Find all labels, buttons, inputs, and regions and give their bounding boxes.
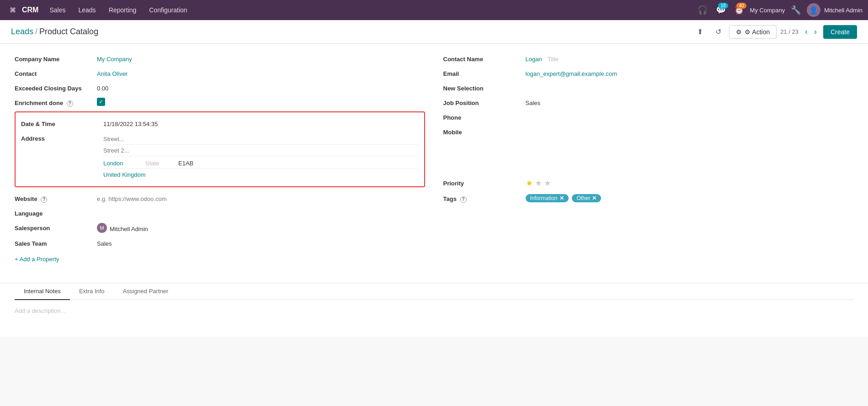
check-icon: ✓ bbox=[99, 99, 103, 105]
right-spacer bbox=[443, 139, 854, 175]
add-property-button[interactable]: + Add a Property bbox=[15, 254, 59, 264]
address-label: Address bbox=[21, 133, 103, 142]
address-row: Address London State E1AB bbox=[21, 131, 419, 183]
street-input[interactable] bbox=[103, 136, 419, 142]
brand-name: CRM bbox=[22, 6, 38, 14]
settings-icon-button[interactable]: 🔧 bbox=[788, 3, 803, 17]
company-name: My Company bbox=[750, 7, 785, 14]
tag-information-label: Information bbox=[530, 195, 558, 201]
left-column: Company Name My Company Contact Anita Ol… bbox=[15, 51, 425, 268]
street2-input[interactable] bbox=[103, 147, 419, 154]
topnav-right-section: 🎧 💬 18 ⏰ 40 My Company 🔧 👤 Mitchell Admi… bbox=[695, 3, 863, 17]
nav-reporting[interactable]: Reporting bbox=[103, 4, 142, 16]
prev-record-button[interactable]: ‹ bbox=[802, 26, 810, 37]
upload-button[interactable]: ⬆ bbox=[692, 25, 707, 39]
refresh-button[interactable]: ↺ bbox=[711, 25, 725, 39]
star-2[interactable]: ★ bbox=[535, 178, 542, 188]
website-input[interactable] bbox=[97, 194, 425, 202]
contact-name-value[interactable]: Logan bbox=[526, 54, 542, 63]
enrichment-checkbox[interactable]: ✓ bbox=[97, 98, 105, 106]
phone-row: Phone bbox=[443, 110, 854, 124]
breadcrumb-separator: / bbox=[35, 27, 37, 37]
tag-other-remove[interactable]: ✕ bbox=[592, 195, 596, 201]
add-property-row: + Add a Property bbox=[15, 250, 425, 268]
create-button[interactable]: Create bbox=[823, 25, 857, 39]
phone-label: Phone bbox=[443, 112, 526, 121]
star-1[interactable]: ★ bbox=[526, 178, 533, 188]
tab-internal-notes[interactable]: Internal Notes bbox=[15, 283, 70, 300]
language-label: Language bbox=[15, 208, 97, 217]
tags-container: Information ✕ Other ✕ bbox=[526, 194, 603, 202]
contact-name-label: Contact Name bbox=[443, 54, 526, 63]
action-button[interactable]: ⚙ ⚙ Action bbox=[729, 25, 777, 39]
activities-button[interactable]: ⏰ 40 bbox=[732, 3, 746, 17]
messages-badge: 18 bbox=[718, 3, 728, 9]
state-placeholder[interactable]: State bbox=[145, 158, 173, 167]
main-form: Company Name My Company Contact Anita Ol… bbox=[0, 44, 868, 337]
mobile-label: Mobile bbox=[443, 127, 526, 136]
right-column: Contact Name Logan Title Email logan_exp… bbox=[443, 51, 854, 268]
tag-other-label: Other bbox=[576, 195, 590, 201]
user-avatar[interactable]: 👤 bbox=[807, 3, 820, 17]
salesperson-row: Salesperson M Mitchell Admin bbox=[15, 220, 425, 236]
messages-button[interactable]: 💬 18 bbox=[714, 3, 728, 17]
job-position-value[interactable]: Sales bbox=[526, 98, 541, 106]
title-placeholder[interactable]: Title bbox=[548, 54, 559, 63]
sales-team-label: Sales Team bbox=[15, 238, 97, 247]
support-icon-button[interactable]: 🎧 bbox=[695, 3, 710, 17]
tag-other: Other ✕ bbox=[572, 194, 601, 202]
company-name-row: Company Name My Company bbox=[15, 51, 425, 66]
nav-sales[interactable]: Sales bbox=[44, 4, 71, 16]
salesperson-value[interactable]: M Mitchell Admin bbox=[97, 223, 148, 233]
address-fields: London State E1AB United Kingdom bbox=[103, 133, 419, 180]
date-address-highlight-box: Date & Time 11/18/2022 13:54:35 Address bbox=[15, 111, 425, 187]
activities-badge: 40 bbox=[736, 3, 746, 9]
website-help-icon[interactable]: ? bbox=[41, 196, 47, 203]
tag-information-remove[interactable]: ✕ bbox=[559, 195, 564, 201]
datetime-value[interactable]: 11/18/2022 13:54:35 bbox=[103, 119, 158, 127]
enrichment-help-icon[interactable]: ? bbox=[67, 100, 73, 107]
language-row: Language bbox=[15, 206, 425, 220]
breadcrumb-parent[interactable]: Leads bbox=[11, 27, 33, 37]
priority-row: Priority ★ ★ ★ bbox=[443, 175, 854, 191]
website-label: Website ? bbox=[15, 194, 97, 203]
company-name-label: Company Name bbox=[15, 54, 97, 63]
gear-icon: ⚙ bbox=[736, 28, 742, 36]
enrichment-label: Enrichment done ? bbox=[15, 98, 97, 107]
country-value[interactable]: United Kingdom bbox=[103, 169, 146, 178]
tab-extra-info[interactable]: Extra Info bbox=[70, 283, 114, 300]
nav-configuration[interactable]: Configuration bbox=[144, 4, 192, 16]
tags-label: Tags ? bbox=[443, 194, 526, 203]
star-3[interactable]: ★ bbox=[544, 178, 551, 188]
form-body: Company Name My Company Contact Anita Ol… bbox=[0, 44, 868, 275]
datetime-row: Date & Time 11/18/2022 13:54:35 bbox=[21, 116, 419, 131]
action-label: ⚙ Action bbox=[745, 28, 770, 36]
company-name-value[interactable]: My Company bbox=[97, 54, 132, 63]
sales-team-row: Sales Team Sales bbox=[15, 236, 425, 250]
exceeded-value[interactable]: 0.00 bbox=[97, 83, 108, 92]
tags-help-icon[interactable]: ? bbox=[460, 196, 467, 203]
email-label: Email bbox=[443, 69, 526, 77]
website-row: Website ? bbox=[15, 191, 425, 206]
contact-value[interactable]: Anita Oliver bbox=[97, 69, 128, 77]
next-record-button[interactable]: › bbox=[811, 26, 820, 37]
top-navigation: ⌘ CRM Sales Leads Reporting Configuratio… bbox=[0, 0, 868, 20]
headset-icon: 🎧 bbox=[698, 5, 708, 15]
avatar-image: 👤 bbox=[809, 6, 818, 15]
apps-icon: ⌘ bbox=[10, 6, 16, 14]
nav-leads[interactable]: Leads bbox=[73, 4, 101, 16]
apps-menu-button[interactable]: ⌘ bbox=[5, 3, 20, 17]
breadcrumb-current: Product Catalog bbox=[39, 27, 98, 37]
zip-value[interactable]: E1AB bbox=[178, 158, 193, 167]
tab-assigned-partner[interactable]: Assigned Partner bbox=[114, 283, 178, 300]
sales-team-value[interactable]: Sales bbox=[97, 238, 112, 247]
contact-name-row: Contact Name Logan Title bbox=[443, 51, 854, 66]
breadcrumb: Leads / Product Catalog bbox=[11, 27, 98, 37]
city-value[interactable]: London bbox=[103, 158, 140, 167]
tab-content-placeholder[interactable]: Add a description... bbox=[15, 307, 65, 314]
datetime-label: Date & Time bbox=[21, 119, 103, 127]
email-value[interactable]: logan_expert@gmail.example.com bbox=[526, 69, 617, 77]
mobile-row: Mobile bbox=[443, 124, 854, 139]
nav-arrows: ‹ › bbox=[802, 26, 820, 37]
priority-stars: ★ ★ ★ bbox=[526, 178, 551, 188]
